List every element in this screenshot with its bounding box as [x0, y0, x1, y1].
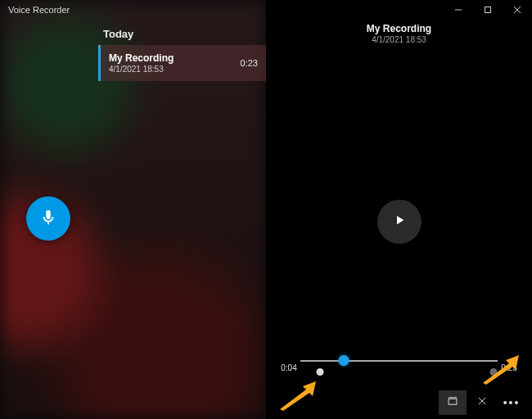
action-bar: ••• [439, 390, 525, 416]
app-window: Voice Recorder Today My Record [0, 0, 532, 419]
app-title: Voice Recorder [0, 5, 444, 15]
delete-button[interactable] [468, 390, 496, 415]
scrubber-track [300, 360, 498, 362]
playhead[interactable] [339, 355, 349, 366]
transport-bar: 0:04 0:23 [266, 354, 532, 381]
marker-row [300, 368, 498, 380]
trim-button[interactable] [439, 390, 467, 415]
recording-item-duration: 0:23 [241, 58, 258, 68]
current-file-date: 4/1/2021 18:53 [266, 35, 532, 44]
recording-item-name: My Recording [109, 52, 241, 64]
scrubber[interactable] [300, 354, 498, 381]
total-time: 0:23 [498, 363, 521, 372]
play-button[interactable] [377, 200, 422, 244]
trim-icon [447, 395, 458, 410]
play-icon [392, 213, 407, 231]
more-button[interactable]: ••• [498, 390, 525, 415]
close-icon [476, 395, 488, 410]
close-window-button[interactable] [503, 0, 532, 20]
svg-rect-4 [449, 399, 457, 404]
more-icon: ••• [503, 397, 521, 408]
record-rail [0, 0, 98, 419]
marker[interactable] [490, 368, 498, 376]
recordings-list: Today My Recording 4/1/2021 18:53 0:23 [98, 0, 266, 419]
minimize-button[interactable] [444, 0, 473, 20]
window-controls [444, 0, 532, 20]
current-file-header: My Recording 4/1/2021 18:53 [266, 23, 532, 44]
microphone-icon [39, 208, 57, 229]
elapsed-time: 0:04 [277, 363, 300, 372]
marker[interactable] [317, 368, 324, 376]
record-button[interactable] [26, 196, 70, 241]
playback-pane: My Recording 4/1/2021 18:53 0:04 0:23 [266, 0, 532, 419]
titlebar: Voice Recorder [0, 0, 532, 20]
maximize-button[interactable] [473, 0, 503, 20]
recordings-pane: Today My Recording 4/1/2021 18:53 0:23 [0, 0, 266, 419]
recording-item-date: 4/1/2021 18:53 [109, 65, 241, 74]
svg-rect-1 [485, 7, 491, 13]
list-group-header: Today [98, 23, 266, 45]
current-file-name: My Recording [266, 23, 532, 34]
recording-item[interactable]: My Recording 4/1/2021 18:53 0:23 [98, 45, 266, 81]
